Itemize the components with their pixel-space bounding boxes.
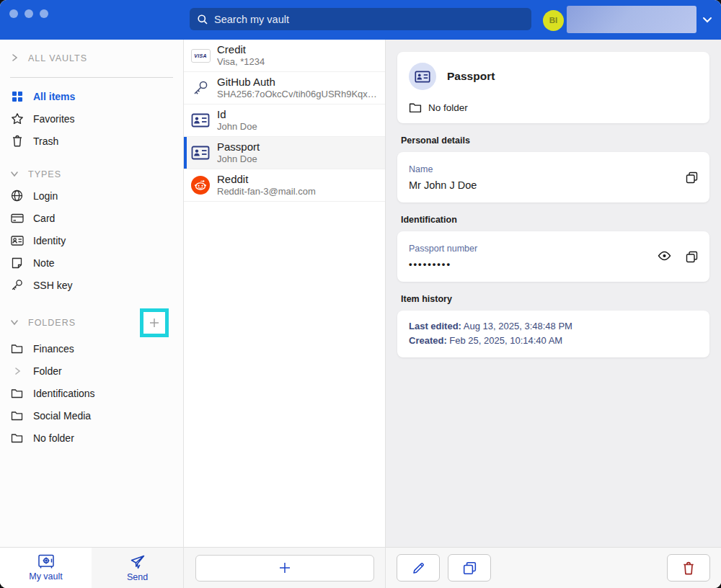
details-action-bar — [386, 547, 721, 588]
tab-send[interactable]: Send — [92, 548, 183, 588]
sidebar-folder-social-media[interactable]: Social Media — [0, 404, 183, 427]
passport-number-field-card: Passport number ••••••••• — [397, 231, 709, 282]
note-icon — [10, 257, 24, 269]
all-vaults-toggle[interactable]: ALL VAULTS — [0, 48, 183, 68]
item-folder-label: No folder — [428, 102, 468, 113]
sidebar-item-note[interactable]: Note — [0, 251, 183, 274]
list-item-passport[interactable]: Passport John Doe — [184, 137, 385, 169]
folders-toggle[interactable]: FOLDERS — [0, 308, 183, 337]
folder-icon — [10, 344, 24, 354]
tab-my-vault[interactable]: My vault — [0, 548, 92, 588]
item-type-badge — [409, 63, 436, 90]
clone-item-button[interactable] — [448, 554, 491, 582]
minimize-window-button[interactable] — [25, 9, 33, 18]
field-label: Name — [409, 164, 686, 174]
edit-item-button[interactable] — [397, 554, 440, 582]
paper-plane-icon — [130, 554, 146, 570]
trash-icon — [682, 561, 695, 575]
sidebar-item-trash[interactable]: Trash — [0, 130, 183, 152]
name-field-card: Name Mr John J Doe — [397, 152, 709, 202]
history-last-edited: Last edited: Aug 13, 2025, 3:48:48 PM — [409, 319, 698, 334]
item-title: GitHub Auth — [217, 76, 378, 89]
tab-label: Send — [127, 572, 148, 582]
titlebar: BI — [0, 0, 721, 40]
field-value-masked: ••••••••• — [409, 259, 658, 270]
sidebar-item-label: Social Media — [33, 410, 91, 422]
folder-icon — [10, 411, 24, 421]
list-item-github-auth[interactable]: GitHub Auth SHA256:7oOkcCv/tih06gUSRh9Kq… — [184, 72, 385, 104]
item-history-card: Last edited: Aug 13, 2025, 3:48:48 PM Cr… — [397, 311, 709, 357]
item-subtitle: Reddit-fan-3@mail.com — [217, 186, 316, 197]
folder-icon — [409, 102, 422, 113]
types-toggle[interactable]: TYPES — [0, 164, 183, 184]
section-heading-identification: Identification — [401, 215, 709, 225]
pencil-icon — [412, 561, 425, 575]
sidebar-item-all-items[interactable]: All items — [0, 85, 183, 107]
id-card-icon — [415, 71, 430, 83]
highlight-box — [140, 308, 169, 337]
section-heading-item-history: Item history — [401, 294, 709, 304]
field-label: Passport number — [409, 244, 658, 254]
copy-name-button[interactable] — [686, 172, 698, 184]
copy-icon — [686, 251, 698, 263]
chevron-down-icon — [10, 169, 19, 180]
sidebar-item-label: Identity — [33, 235, 66, 246]
eye-icon — [658, 251, 671, 261]
sidebar-item-identity[interactable]: Identity — [0, 229, 183, 251]
account-menu[interactable]: BI — [543, 6, 715, 33]
list-item-reddit[interactable]: Reddit Reddit-fan-3@mail.com — [184, 169, 385, 202]
history-created: Created: Feb 25, 2025, 10:14:40 AM — [409, 334, 698, 348]
reddit-icon — [191, 176, 210, 195]
visa-icon: VISA — [191, 49, 211, 63]
window-controls — [9, 9, 48, 18]
copy-passport-number-button[interactable] — [686, 251, 698, 263]
sidebar-item-label: Login — [33, 190, 58, 202]
star-icon — [10, 112, 24, 125]
sidebar-folder-no-folder[interactable]: No folder — [0, 427, 183, 449]
delete-item-button[interactable] — [667, 554, 710, 582]
item-subtitle: John Doe — [217, 153, 260, 165]
list-item-credit[interactable]: VISA Credit Visa, *1234 — [184, 40, 385, 72]
item-title: Credit — [217, 43, 265, 57]
sidebar-item-login[interactable]: Login — [0, 184, 183, 207]
sidebar-item-label: All items — [33, 91, 75, 102]
vault-icon — [37, 554, 55, 569]
account-name-redacted — [567, 6, 696, 33]
sidebar-item-ssh-key[interactable]: SSH key — [0, 274, 183, 296]
list-bottom-bar — [184, 547, 385, 588]
toggle-visibility-button[interactable] — [658, 251, 671, 263]
list-item-id[interactable]: Id John Doe — [184, 104, 385, 137]
item-subtitle: Visa, *1234 — [217, 56, 265, 68]
sidebar-item-label: Finances — [33, 343, 74, 355]
sidebar-item-favorites[interactable]: Favorites — [0, 107, 183, 130]
sidebar-folder-finances[interactable]: Finances — [0, 337, 183, 360]
folders-header-label: FOLDERS — [28, 318, 76, 328]
search-input[interactable] — [214, 14, 524, 25]
key-icon — [10, 279, 24, 291]
sidebar-item-card[interactable]: Card — [0, 207, 183, 229]
sidebar: ALL VAULTS All items Favorites Trash TYP… — [0, 40, 184, 588]
sidebar-folder-identifications[interactable]: Identifications — [0, 382, 183, 404]
item-title: Passport — [217, 141, 260, 154]
folder-icon — [10, 433, 24, 443]
sidebar-item-label: SSH key — [33, 280, 72, 291]
item-title: Id — [217, 108, 257, 122]
zoom-window-button[interactable] — [40, 9, 48, 18]
sidebar-item-label: Favorites — [33, 113, 75, 125]
item-header-card: Passport No folder — [397, 52, 709, 123]
close-window-button[interactable] — [9, 9, 18, 18]
avatar[interactable]: BI — [543, 10, 564, 31]
sidebar-item-label: Identifications — [33, 388, 95, 399]
globe-icon — [10, 190, 24, 202]
types-header-label: TYPES — [28, 169, 61, 179]
all-vaults-label: ALL VAULTS — [28, 53, 87, 63]
sidebar-item-label: Trash — [33, 135, 58, 147]
section-heading-personal-details: Personal details — [401, 135, 709, 146]
copy-icon — [686, 172, 698, 184]
app-window: BI ALL VAULTS All items Favorites — [0, 0, 721, 588]
sidebar-folder-folder[interactable]: Folder — [0, 360, 183, 382]
search-box[interactable] — [190, 8, 531, 30]
sidebar-bottom-nav: My vault Send — [0, 547, 183, 588]
tab-label: My vault — [29, 571, 63, 582]
add-item-button[interactable] — [195, 555, 374, 582]
